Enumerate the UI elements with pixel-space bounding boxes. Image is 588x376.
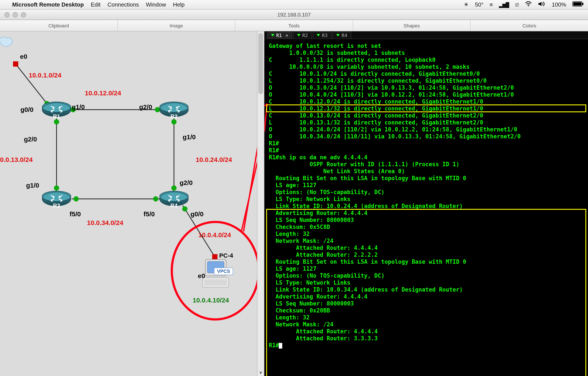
svg-point-18 (153, 196, 158, 202)
net-10-0-12: 10.0.12.0/24 (85, 90, 121, 96)
router-r1-label: R1 (41, 114, 72, 119)
terminal-line: R1# (269, 147, 584, 154)
pc4-label: PC-4 (219, 252, 233, 258)
iface-r4-g20: g2/0 (180, 179, 193, 186)
menu-connections[interactable]: Connections (107, 1, 139, 8)
terminal-line: LS Seq Number: 80000003 (269, 300, 584, 307)
svg-point-38 (160, 191, 188, 202)
activity-icon[interactable]: ▂▅▇ (499, 1, 509, 8)
svg-point-12 (54, 185, 59, 191)
temp-indicator[interactable]: 50° (475, 1, 483, 8)
iface-r3-f50: f5/0 (70, 211, 81, 217)
scroll-thumb[interactable] (258, 33, 263, 94)
terminal-line: L 10.0.1.254/32 is directly connected, G… (269, 77, 584, 85)
terminal-line: C 10.0.1.0/24 is directly connected, Gig… (269, 71, 584, 77)
scroll-down-icon[interactable]: ▼ (257, 369, 264, 376)
terminal-cursor (279, 343, 283, 349)
terminal-line: Options: (No TOS-capability, DC) (269, 272, 584, 279)
terminal-line: Attached Router: 3.3.3.3 (269, 335, 584, 342)
topology-links (0, 31, 264, 376)
net-10-0-1: 10.0.1.0/24 (29, 72, 61, 78)
router-r3-label: R3 (41, 203, 72, 208)
rd-titlebar: 192.168.0.107 (0, 10, 588, 20)
svg-point-15 (171, 185, 177, 191)
terminal-line: R1# (269, 342, 584, 349)
terminal-line: Checksum: 0x5C8D (269, 224, 584, 231)
rd-title: 192.168.0.107 (277, 11, 311, 18)
topology-scrollbar[interactable]: ▲ ▼ (257, 31, 264, 376)
terminal-line: Attached Router: 2.2.2.2 (269, 252, 584, 258)
terminal-line: LS Type: Network Links (269, 196, 584, 203)
terminal-line: R1#sh ip os da ne adv 4.4.4.4 (269, 154, 584, 161)
terminal-tab-r3[interactable]: R3 (313, 32, 332, 39)
svg-point-14 (171, 119, 177, 124)
terminal-line: L 10.0.12.1/32 is directly connected, Gi… (269, 105, 584, 112)
terminal-line: Network Mask: /24 (269, 321, 584, 328)
topology-canvas[interactable]: R1 R2 R3 R4 (0, 31, 264, 376)
terminal-line: Options: (No TOS-capability, DC) (269, 189, 584, 196)
terminal-line: LS age: 1127 (269, 266, 584, 272)
menu-window[interactable]: Window (146, 1, 166, 8)
svg-point-32 (160, 102, 188, 112)
svg-rect-2 (573, 2, 581, 6)
wifi-icon[interactable] (525, 1, 532, 8)
svg-rect-5 (13, 61, 18, 67)
pc4-ip: 10.0.4.10/24 (193, 297, 229, 303)
pc4-badge: VPCS (214, 268, 233, 275)
router-r3[interactable]: R3 (41, 190, 72, 208)
tab-label: R3 (322, 33, 328, 38)
svg-rect-43 (204, 279, 227, 285)
toolbar-shapes[interactable]: Shapes (353, 20, 471, 31)
toolbar-clipboard[interactable]: Clipboard (0, 20, 118, 31)
terminal-tabs: R1 × R2 R3 R4 (264, 31, 588, 39)
router-r2[interactable]: R2 (159, 101, 189, 118)
battery-icon[interactable] (572, 1, 584, 8)
menu-edit[interactable]: Edit (91, 1, 100, 8)
terminal-line: OSPF Router with ID (1.1.1.1) (Process I… (269, 161, 584, 168)
terminal-line: 10.0.0.0/8 is variably subnetted, 10 sub… (269, 64, 584, 71)
router-r1[interactable]: R1 (41, 101, 72, 118)
iface-r3-g10: g1/0 (26, 182, 39, 188)
close-icon[interactable]: × (285, 33, 288, 38)
terminal-tab-r2[interactable]: R2 (293, 32, 312, 39)
net-10-0-34: 10.0.34.0/24 (87, 219, 123, 226)
toolbar-tools[interactable]: Tools (235, 20, 353, 31)
toolbar-image[interactable]: Image (118, 20, 235, 31)
toolbar-colors[interactable]: Colors (471, 20, 588, 31)
tab-label: R1 (276, 33, 282, 38)
weather-icon[interactable]: ☀ (464, 1, 469, 8)
close-icon[interactable] (4, 12, 10, 17)
window-controls[interactable] (0, 12, 26, 17)
zoom-icon[interactable] (21, 12, 26, 17)
terminal-pane[interactable]: R1 × R2 R3 R4 (264, 31, 588, 376)
battery-percent[interactable]: 100% (552, 1, 567, 8)
terminal-line: O 10.0.4.0/24 [110/3] via 10.0.12.2, 01:… (269, 91, 584, 98)
tab-label: R4 (342, 33, 347, 38)
terminal-line: Checksum: 0x20BB (269, 307, 584, 314)
terminal-tab-r4[interactable]: R4 (333, 32, 351, 39)
volume-icon[interactable] (538, 1, 546, 8)
net-10-0-13: 0.0.13.0/24 (0, 156, 33, 163)
terminal-line: LS Type: Network Links (269, 279, 584, 286)
terminal-tab-r1[interactable]: R1 × (267, 32, 292, 39)
app-name[interactable]: Microsoft Remote Desktop (12, 1, 84, 8)
display-icon[interactable]: ⎚ (515, 1, 519, 8)
terminal-line: Advertising Router: 4.4.4.4 (269, 210, 584, 217)
terminal-line: 1.0.0.0/32 is subnetted, 1 subnets (269, 50, 584, 57)
terminal-line: O 10.0.24.0/24 [110/2] via 10.0.12.2, 01… (269, 126, 584, 133)
svg-point-0 (528, 5, 529, 6)
terminal-body[interactable]: Gateway of last resort is not set 1.0.0.… (264, 39, 588, 376)
terminal-line: Gateway of last resort is not set (269, 43, 584, 50)
minimize-icon[interactable] (13, 12, 18, 17)
iface-r1-g00: g0/0 (21, 106, 33, 113)
router-r4[interactable]: R4 (159, 190, 189, 208)
stats-icon[interactable]: ≡ (490, 1, 493, 8)
terminal-line: C 1.1.1.1 is directly connected, Loopbac… (269, 57, 584, 64)
terminal-line: Routing Bit Set on this LSA in topology … (269, 258, 584, 266)
net-10-0-24: 10.0.24.0/24 (196, 156, 232, 163)
menu-help[interactable]: Help (173, 1, 185, 8)
terminal-line: O 10.0.3.0/24 [110/2] via 10.0.13.3, 01:… (269, 85, 584, 91)
iface-r2-g20: g2/0 (139, 104, 152, 110)
tab-status-icon (271, 34, 274, 37)
terminal-line: R1# (269, 140, 584, 147)
